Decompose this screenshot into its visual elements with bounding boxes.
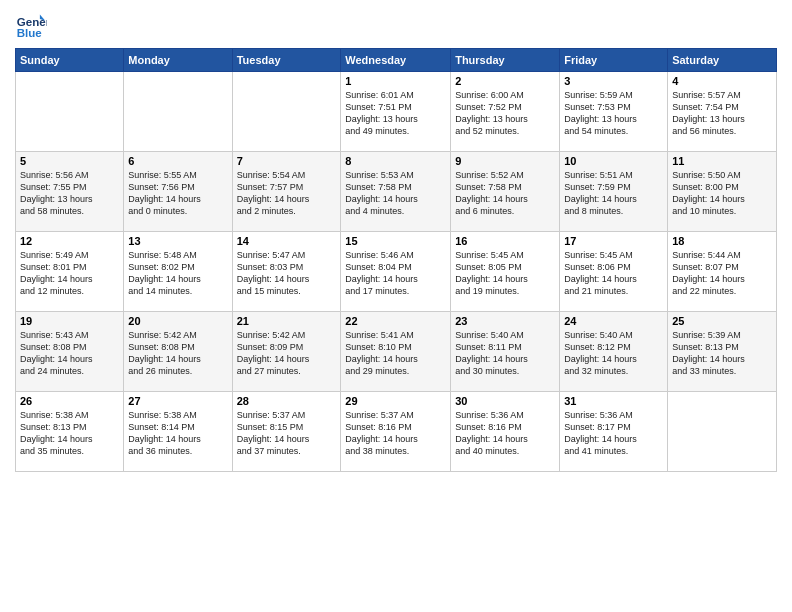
day-number: 18: [672, 235, 772, 247]
calendar-cell: 3Sunrise: 5:59 AM Sunset: 7:53 PM Daylig…: [560, 72, 668, 152]
day-info: Sunrise: 5:36 AM Sunset: 8:17 PM Dayligh…: [564, 409, 663, 458]
day-number: 13: [128, 235, 227, 247]
day-info: Sunrise: 5:52 AM Sunset: 7:58 PM Dayligh…: [455, 169, 555, 218]
calendar-cell: 24Sunrise: 5:40 AM Sunset: 8:12 PM Dayli…: [560, 312, 668, 392]
day-number: 24: [564, 315, 663, 327]
day-number: 3: [564, 75, 663, 87]
calendar-week-row: 19Sunrise: 5:43 AM Sunset: 8:08 PM Dayli…: [16, 312, 777, 392]
weekday-header: Monday: [124, 49, 232, 72]
weekday-header: Wednesday: [341, 49, 451, 72]
calendar-cell: [124, 72, 232, 152]
calendar-cell: [232, 72, 341, 152]
calendar-cell: 29Sunrise: 5:37 AM Sunset: 8:16 PM Dayli…: [341, 392, 451, 472]
calendar-cell: 28Sunrise: 5:37 AM Sunset: 8:15 PM Dayli…: [232, 392, 341, 472]
weekday-header: Tuesday: [232, 49, 341, 72]
day-info: Sunrise: 5:44 AM Sunset: 8:07 PM Dayligh…: [672, 249, 772, 298]
calendar-cell: 20Sunrise: 5:42 AM Sunset: 8:08 PM Dayli…: [124, 312, 232, 392]
calendar-cell: 4Sunrise: 5:57 AM Sunset: 7:54 PM Daylig…: [668, 72, 777, 152]
day-number: 1: [345, 75, 446, 87]
day-number: 28: [237, 395, 337, 407]
day-number: 31: [564, 395, 663, 407]
calendar-cell: 25Sunrise: 5:39 AM Sunset: 8:13 PM Dayli…: [668, 312, 777, 392]
day-info: Sunrise: 5:38 AM Sunset: 8:13 PM Dayligh…: [20, 409, 119, 458]
day-number: 4: [672, 75, 772, 87]
day-number: 21: [237, 315, 337, 327]
calendar-cell: 5Sunrise: 5:56 AM Sunset: 7:55 PM Daylig…: [16, 152, 124, 232]
calendar-table: SundayMondayTuesdayWednesdayThursdayFrid…: [15, 48, 777, 472]
day-number: 26: [20, 395, 119, 407]
weekday-header: Saturday: [668, 49, 777, 72]
svg-text:Blue: Blue: [17, 27, 43, 39]
day-number: 29: [345, 395, 446, 407]
day-number: 19: [20, 315, 119, 327]
logo: General Blue: [15, 10, 51, 42]
calendar-cell: 16Sunrise: 5:45 AM Sunset: 8:05 PM Dayli…: [451, 232, 560, 312]
calendar-cell: 23Sunrise: 5:40 AM Sunset: 8:11 PM Dayli…: [451, 312, 560, 392]
calendar-cell: 2Sunrise: 6:00 AM Sunset: 7:52 PM Daylig…: [451, 72, 560, 152]
day-info: Sunrise: 5:50 AM Sunset: 8:00 PM Dayligh…: [672, 169, 772, 218]
calendar-cell: 30Sunrise: 5:36 AM Sunset: 8:16 PM Dayli…: [451, 392, 560, 472]
day-info: Sunrise: 5:37 AM Sunset: 8:16 PM Dayligh…: [345, 409, 446, 458]
page-header: General Blue: [15, 10, 777, 42]
calendar-cell: 10Sunrise: 5:51 AM Sunset: 7:59 PM Dayli…: [560, 152, 668, 232]
calendar-cell: 26Sunrise: 5:38 AM Sunset: 8:13 PM Dayli…: [16, 392, 124, 472]
day-info: Sunrise: 5:47 AM Sunset: 8:03 PM Dayligh…: [237, 249, 337, 298]
calendar-cell: 8Sunrise: 5:53 AM Sunset: 7:58 PM Daylig…: [341, 152, 451, 232]
calendar-cell: 18Sunrise: 5:44 AM Sunset: 8:07 PM Dayli…: [668, 232, 777, 312]
day-number: 27: [128, 395, 227, 407]
day-number: 7: [237, 155, 337, 167]
day-info: Sunrise: 5:55 AM Sunset: 7:56 PM Dayligh…: [128, 169, 227, 218]
day-info: Sunrise: 5:45 AM Sunset: 8:05 PM Dayligh…: [455, 249, 555, 298]
weekday-header: Friday: [560, 49, 668, 72]
calendar-cell: 7Sunrise: 5:54 AM Sunset: 7:57 PM Daylig…: [232, 152, 341, 232]
day-number: 8: [345, 155, 446, 167]
logo-icon: General Blue: [15, 10, 47, 42]
day-number: 5: [20, 155, 119, 167]
day-info: Sunrise: 5:53 AM Sunset: 7:58 PM Dayligh…: [345, 169, 446, 218]
day-info: Sunrise: 6:00 AM Sunset: 7:52 PM Dayligh…: [455, 89, 555, 138]
day-number: 14: [237, 235, 337, 247]
calendar-cell: 1Sunrise: 6:01 AM Sunset: 7:51 PM Daylig…: [341, 72, 451, 152]
day-info: Sunrise: 5:46 AM Sunset: 8:04 PM Dayligh…: [345, 249, 446, 298]
day-info: Sunrise: 5:51 AM Sunset: 7:59 PM Dayligh…: [564, 169, 663, 218]
calendar-cell: 27Sunrise: 5:38 AM Sunset: 8:14 PM Dayli…: [124, 392, 232, 472]
calendar-cell: 21Sunrise: 5:42 AM Sunset: 8:09 PM Dayli…: [232, 312, 341, 392]
weekday-header: Thursday: [451, 49, 560, 72]
calendar-cell: 15Sunrise: 5:46 AM Sunset: 8:04 PM Dayli…: [341, 232, 451, 312]
day-number: 10: [564, 155, 663, 167]
day-number: 11: [672, 155, 772, 167]
day-info: Sunrise: 5:37 AM Sunset: 8:15 PM Dayligh…: [237, 409, 337, 458]
day-info: Sunrise: 5:49 AM Sunset: 8:01 PM Dayligh…: [20, 249, 119, 298]
day-number: 25: [672, 315, 772, 327]
calendar-cell: 12Sunrise: 5:49 AM Sunset: 8:01 PM Dayli…: [16, 232, 124, 312]
day-number: 17: [564, 235, 663, 247]
calendar-cell: 31Sunrise: 5:36 AM Sunset: 8:17 PM Dayli…: [560, 392, 668, 472]
day-number: 9: [455, 155, 555, 167]
calendar-cell: 19Sunrise: 5:43 AM Sunset: 8:08 PM Dayli…: [16, 312, 124, 392]
day-number: 23: [455, 315, 555, 327]
day-number: 6: [128, 155, 227, 167]
day-number: 12: [20, 235, 119, 247]
day-info: Sunrise: 5:45 AM Sunset: 8:06 PM Dayligh…: [564, 249, 663, 298]
calendar-cell: 9Sunrise: 5:52 AM Sunset: 7:58 PM Daylig…: [451, 152, 560, 232]
calendar-cell: 13Sunrise: 5:48 AM Sunset: 8:02 PM Dayli…: [124, 232, 232, 312]
calendar-cell: 22Sunrise: 5:41 AM Sunset: 8:10 PM Dayli…: [341, 312, 451, 392]
day-number: 16: [455, 235, 555, 247]
day-info: Sunrise: 5:40 AM Sunset: 8:11 PM Dayligh…: [455, 329, 555, 378]
calendar-cell: [668, 392, 777, 472]
calendar-cell: [16, 72, 124, 152]
day-info: Sunrise: 5:59 AM Sunset: 7:53 PM Dayligh…: [564, 89, 663, 138]
day-number: 22: [345, 315, 446, 327]
day-info: Sunrise: 5:40 AM Sunset: 8:12 PM Dayligh…: [564, 329, 663, 378]
calendar-cell: 14Sunrise: 5:47 AM Sunset: 8:03 PM Dayli…: [232, 232, 341, 312]
calendar-cell: 6Sunrise: 5:55 AM Sunset: 7:56 PM Daylig…: [124, 152, 232, 232]
day-info: Sunrise: 5:54 AM Sunset: 7:57 PM Dayligh…: [237, 169, 337, 218]
day-info: Sunrise: 5:42 AM Sunset: 8:08 PM Dayligh…: [128, 329, 227, 378]
calendar-cell: 11Sunrise: 5:50 AM Sunset: 8:00 PM Dayli…: [668, 152, 777, 232]
calendar-week-row: 1Sunrise: 6:01 AM Sunset: 7:51 PM Daylig…: [16, 72, 777, 152]
calendar-header: SundayMondayTuesdayWednesdayThursdayFrid…: [16, 49, 777, 72]
day-number: 30: [455, 395, 555, 407]
day-info: Sunrise: 5:57 AM Sunset: 7:54 PM Dayligh…: [672, 89, 772, 138]
day-info: Sunrise: 5:38 AM Sunset: 8:14 PM Dayligh…: [128, 409, 227, 458]
day-info: Sunrise: 5:41 AM Sunset: 8:10 PM Dayligh…: [345, 329, 446, 378]
